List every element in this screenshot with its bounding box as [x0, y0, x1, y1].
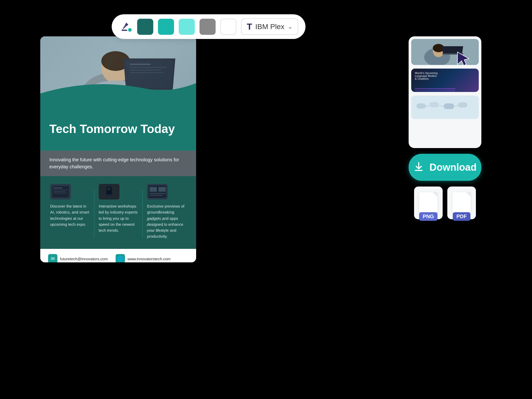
poster-photo-header: [40, 36, 196, 114]
color-swatch-teal[interactable]: [158, 19, 174, 35]
feature-col-3: Exclusive previews of groundbreaking gad…: [142, 184, 191, 244]
svg-rect-11: [130, 64, 151, 65]
teal-curve-overlay: [40, 73, 196, 114]
preview-card: World's UpcomingLanguage Models& Chatbot…: [409, 36, 481, 148]
poster-canvas: Tech Tomorrow Today Innovating the futur…: [40, 36, 196, 262]
color-swatch-light-cyan[interactable]: [179, 19, 195, 35]
poster-subtitle: Innovating the future with cutting-edge …: [49, 156, 187, 170]
svg-rect-62: [415, 170, 423, 171]
svg-rect-31: [150, 187, 157, 192]
globe-icon: 🌐: [116, 254, 125, 262]
right-panel: World's UpcomingLanguage Models& Chatbot…: [409, 36, 481, 219]
svg-rect-13: [130, 70, 161, 70]
footer-email-contact: ✉ futuretech@innovators.com: [48, 254, 108, 262]
fill-bucket-icon[interactable]: [119, 20, 132, 34]
feature-thumb-1: [50, 184, 71, 200]
poster-footer: ✉ futuretech@innovators.com 🌐 www.innova…: [40, 249, 196, 262]
svg-rect-19: [53, 188, 62, 188]
preview-thumb-photo: [411, 39, 479, 65]
download-button[interactable]: Download: [409, 154, 481, 181]
preview-thumb-network: [411, 96, 479, 119]
toolbar: T IBM Plex ⌄: [112, 14, 305, 39]
font-name-label: IBM Plex: [255, 23, 284, 31]
font-selector-dropdown[interactable]: T IBM Plex ⌄: [241, 18, 298, 35]
svg-rect-55: [416, 103, 426, 109]
png-file-icon: [419, 192, 437, 213]
svg-rect-28: [108, 197, 110, 198]
svg-rect-27: [107, 190, 110, 190]
svg-rect-22: [53, 193, 67, 193]
png-format-card[interactable]: PNG: [414, 187, 443, 219]
svg-rect-20: [53, 190, 68, 190]
email-icon: ✉: [48, 254, 57, 262]
download-icon: [413, 161, 424, 174]
footer-email-text: futuretech@innovators.com: [60, 257, 108, 261]
feature-text-2: Interactive workshops led by industry ex…: [99, 203, 138, 233]
svg-rect-21: [53, 191, 66, 192]
poster-subtitle-section: Innovating the future with cutting-edge …: [40, 151, 196, 176]
svg-rect-56: [429, 102, 439, 107]
pdf-badge: PDF: [453, 212, 470, 221]
svg-rect-26: [107, 188, 111, 189]
feature-col-1: Discover the latest in AI, robotics, and…: [45, 184, 94, 244]
feature-col-2: Interactive workshops led by industry ex…: [94, 184, 143, 244]
svg-rect-57: [444, 103, 454, 109]
svg-point-1: [128, 28, 132, 32]
poster-title: Tech Tomorrow Today: [49, 122, 187, 136]
cursor-arrow-icon: [455, 51, 471, 65]
chevron-down-icon: ⌄: [288, 23, 292, 30]
download-button-label: Download: [429, 162, 477, 173]
pdf-format-card[interactable]: PDF: [447, 187, 476, 219]
svg-rect-33: [150, 193, 166, 194]
footer-website-text: www.innovatorstech.com: [128, 257, 171, 261]
feature-thumb-3: [147, 184, 168, 200]
color-swatch-gray[interactable]: [200, 19, 216, 35]
color-swatch-dark-teal[interactable]: [137, 19, 153, 35]
footer-website-contact: 🌐 www.innovatorstech.com: [116, 254, 171, 262]
svg-marker-53: [457, 52, 469, 65]
file-formats-row: PNG PDF: [409, 187, 481, 219]
preview-thumb-presentation: World's UpcomingLanguage Models& Chatbot…: [411, 69, 479, 92]
poster-features-section: Discover the latest in AI, robotics, and…: [40, 176, 196, 249]
svg-rect-34: [150, 195, 163, 196]
feature-thumb-2: [99, 184, 119, 200]
svg-rect-58: [458, 102, 467, 108]
color-swatch-white[interactable]: [220, 19, 236, 35]
png-badge: PNG: [419, 212, 437, 221]
feature-text-3: Exclusive previews of groundbreaking gad…: [147, 203, 186, 240]
poster-title-section: Tech Tomorrow Today: [40, 114, 196, 151]
svg-rect-12: [130, 67, 166, 68]
pdf-file-icon: [453, 192, 471, 213]
svg-rect-0: [122, 30, 127, 31]
svg-rect-32: [158, 187, 166, 192]
font-t-icon: T: [247, 22, 252, 32]
feature-text-1: Discover the latest in AI, robotics, and…: [50, 203, 89, 227]
